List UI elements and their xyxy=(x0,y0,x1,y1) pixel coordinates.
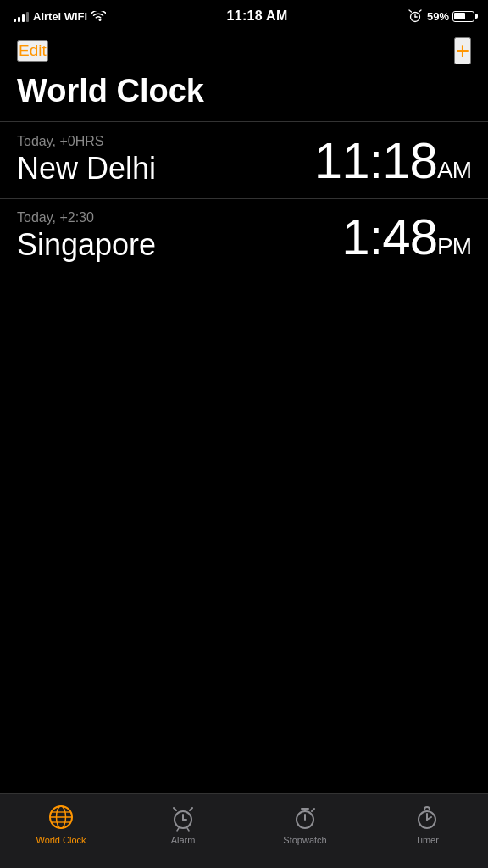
navigation-bar: Edit + xyxy=(0,31,488,73)
svg-line-16 xyxy=(187,828,189,831)
clock-info-singapore: Today, +2:30 Singapore xyxy=(17,210,156,263)
status-time: 11:18 AM xyxy=(227,8,288,24)
status-bar: Airtel WiFi 11:18 AM 59% xyxy=(0,0,488,31)
battery-container: 59% xyxy=(427,10,474,23)
carrier-label: Airtel WiFi xyxy=(33,10,87,23)
edit-button[interactable]: Edit xyxy=(17,40,48,62)
clock-time-new-delhi: 11:18AM xyxy=(314,136,471,186)
battery-fill xyxy=(454,13,464,19)
clock-ampm-new-delhi: AM xyxy=(437,157,471,183)
clock-offset-new-delhi: Today, +0HRS xyxy=(17,134,156,149)
svg-line-14 xyxy=(190,808,192,810)
status-left: Airtel WiFi xyxy=(14,10,106,23)
tab-world-clock[interactable]: World Clock xyxy=(27,803,95,845)
add-button[interactable]: + xyxy=(454,37,471,64)
stopwatch-icon xyxy=(291,803,319,832)
tab-stopwatch-label: Stopwatch xyxy=(283,835,326,845)
tab-timer[interactable]: Timer xyxy=(393,803,461,845)
svg-line-13 xyxy=(174,808,176,810)
wifi-icon xyxy=(92,11,106,22)
battery-icon xyxy=(452,11,474,22)
tab-world-clock-label: World Clock xyxy=(36,835,86,845)
svg-line-3 xyxy=(409,10,412,12)
tab-alarm[interactable]: Alarm xyxy=(149,803,217,845)
status-right: 59% xyxy=(408,9,474,23)
alarm-icon xyxy=(169,803,197,832)
alarm-status-icon xyxy=(408,9,422,23)
tab-alarm-label: Alarm xyxy=(171,835,196,845)
svg-line-4 xyxy=(419,10,421,12)
clock-time-value-new-delhi: 11:18 xyxy=(314,132,437,189)
clock-info-new-delhi: Today, +0HRS New Delhi xyxy=(17,134,156,186)
tab-bar: World Clock Alarm xyxy=(0,793,488,868)
clock-ampm-singapore: PM xyxy=(437,233,471,259)
svg-line-15 xyxy=(177,828,179,831)
signal-bars xyxy=(14,10,29,22)
clock-offset-singapore: Today, +2:30 xyxy=(17,210,156,225)
clock-time-value-singapore: 1:48 xyxy=(341,209,437,265)
battery-percent: 59% xyxy=(427,10,449,23)
clock-item-new-delhi: Today, +0HRS New Delhi 11:18AM xyxy=(0,122,488,198)
world-clock-icon xyxy=(47,803,75,832)
clock-item-singapore: Today, +2:30 Singapore 1:48PM xyxy=(0,198,488,275)
clock-time-singapore: 1:48PM xyxy=(341,212,471,263)
clock-city-singapore: Singapore xyxy=(17,227,156,263)
tab-timer-label: Timer xyxy=(415,835,439,845)
svg-line-21 xyxy=(312,809,314,811)
timer-icon xyxy=(413,803,441,832)
divider-bottom xyxy=(0,275,488,275)
clock-city-new-delhi: New Delhi xyxy=(17,151,156,186)
page-title: World Clock xyxy=(0,73,488,121)
tab-stopwatch[interactable]: Stopwatch xyxy=(271,803,339,845)
